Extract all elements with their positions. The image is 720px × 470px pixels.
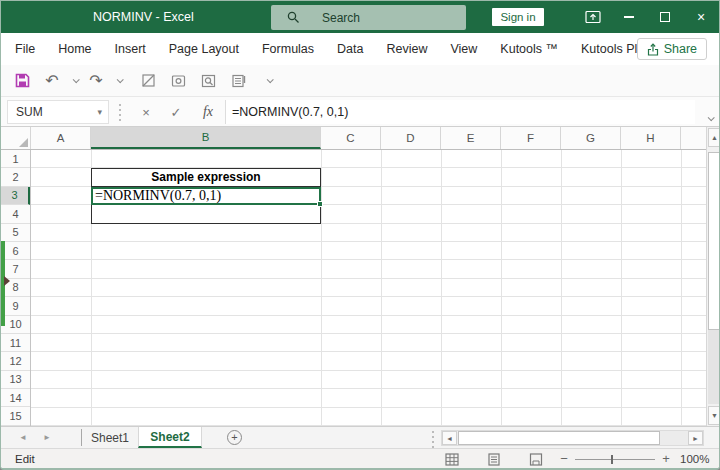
- scroll-up-button[interactable]: ▲: [708, 128, 720, 147]
- insert-function-button[interactable]: fx: [195, 100, 221, 124]
- scroll-right-button[interactable]: ►: [688, 431, 703, 445]
- gridline: [561, 150, 562, 426]
- row-header-13[interactable]: 13: [1, 371, 30, 389]
- scroll-left-button[interactable]: ◄: [442, 431, 457, 445]
- zoom-level[interactable]: 100%: [680, 449, 709, 469]
- page-layout-view-button[interactable]: [483, 452, 505, 467]
- horizontal-scrollbar-thumb[interactable]: [458, 431, 660, 445]
- page-break-preview-icon: [529, 453, 543, 466]
- fill-handle[interactable]: [317, 201, 323, 207]
- scroll-down-button[interactable]: ▼: [708, 406, 720, 425]
- row-header-5[interactable]: 5: [1, 224, 30, 242]
- tab-review[interactable]: Review: [386, 42, 427, 56]
- zoom-slider-thumb[interactable]: [611, 455, 613, 464]
- tab-page-layout[interactable]: Page Layout: [169, 42, 239, 56]
- save-button[interactable]: [11, 69, 33, 93]
- row-header-10[interactable]: 10: [1, 316, 30, 334]
- confirm-entry-button[interactable]: ✓: [163, 100, 189, 124]
- vertical-scrollbar[interactable]: ▲ ▼: [706, 127, 720, 426]
- status-bar: Edit −: [1, 448, 719, 469]
- sign-in-button[interactable]: Sign in: [492, 8, 544, 26]
- zoom-in-button[interactable]: +: [658, 449, 674, 469]
- row-header-2[interactable]: 2: [1, 168, 30, 186]
- name-box-value: SUM: [16, 105, 97, 119]
- tab-home[interactable]: Home: [58, 42, 91, 56]
- column-header-b[interactable]: B: [91, 127, 321, 149]
- cell-b2[interactable]: Sample expression: [91, 168, 321, 186]
- sheet-tab-sheet1[interactable]: Sheet1: [83, 427, 137, 448]
- minimize-button[interactable]: [611, 1, 647, 33]
- column-header-g[interactable]: G: [561, 127, 621, 149]
- row-header-6[interactable]: 6: [1, 242, 30, 260]
- share-button[interactable]: Share: [637, 38, 707, 60]
- share-icon: [647, 43, 659, 56]
- draw-mode-button[interactable]: [137, 69, 159, 93]
- column-header-partial[interactable]: [681, 127, 706, 149]
- gridline: [441, 150, 442, 426]
- tab-data[interactable]: Data: [337, 42, 363, 56]
- redo-dropdown[interactable]: [107, 69, 129, 93]
- minimize-icon: [624, 16, 634, 18]
- tab-kutools[interactable]: Kutools ™: [500, 42, 558, 56]
- redo-button[interactable]: ↷: [85, 69, 107, 93]
- horizontal-scrollbar[interactable]: ◄ ►: [441, 430, 704, 446]
- share-label: Share: [664, 42, 697, 56]
- print-preview-button[interactable]: [197, 69, 219, 93]
- tab-view[interactable]: View: [450, 42, 477, 56]
- name-box[interactable]: SUM ▾: [7, 100, 109, 124]
- maximize-icon: [660, 12, 670, 22]
- cancel-entry-button[interactable]: ×: [133, 100, 159, 124]
- column-header-a[interactable]: A: [31, 127, 91, 149]
- divider: [81, 429, 82, 446]
- add-sheet-button[interactable]: +: [227, 430, 242, 445]
- undo-button[interactable]: ↶: [41, 69, 63, 93]
- cell-b3-active-edit[interactable]: =NORMINV(0.7, 0,1): [91, 187, 321, 205]
- page-break-preview-button[interactable]: [525, 452, 547, 467]
- tab-formulas[interactable]: Formulas: [262, 42, 314, 56]
- formula-bar-resize-handle[interactable]: [119, 104, 121, 106]
- row-headers: 1 2 3 4 5 6 7 8 9 10 11 12 13 14 15: [1, 150, 31, 426]
- maximize-button[interactable]: [647, 1, 683, 33]
- row-header-9[interactable]: 9: [1, 297, 30, 315]
- excel-window: NORMINV - Excel Search Sign in × File: [0, 0, 720, 470]
- zoom-slider[interactable]: [575, 459, 655, 460]
- select-all-button[interactable]: [1, 127, 31, 149]
- ribbon-display-options-button[interactable]: [575, 1, 611, 33]
- row-header-4[interactable]: 4: [1, 205, 30, 223]
- vertical-scrollbar-track[interactable]: [708, 330, 720, 404]
- row-header-1[interactable]: 1: [1, 150, 30, 168]
- sheet-tab-sheet2[interactable]: Sheet2: [138, 427, 202, 448]
- tab-file[interactable]: File: [15, 42, 35, 56]
- customize-qat-button[interactable]: [257, 69, 279, 93]
- quick-print-button[interactable]: [227, 69, 249, 93]
- zoom-out-button[interactable]: −: [556, 449, 572, 469]
- normal-view-button[interactable]: [441, 452, 463, 467]
- column-header-d[interactable]: D: [381, 127, 441, 149]
- row-header-12[interactable]: 12: [1, 352, 30, 370]
- worksheet-grid[interactable]: 1 2 3 4 5 6 7 8 9 10 11 12 13 14 15 Samp…: [1, 150, 706, 426]
- cell-b4[interactable]: [91, 205, 321, 223]
- expand-formula-bar-button[interactable]: [705, 107, 713, 125]
- column-header-e[interactable]: E: [441, 127, 501, 149]
- tab-bar-resize-handle[interactable]: [432, 431, 434, 433]
- camera-button[interactable]: [167, 69, 189, 93]
- chevron-down-icon: ▾: [97, 107, 102, 117]
- row-header-11[interactable]: 11: [1, 334, 30, 352]
- next-sheet-button[interactable]: ►: [37, 427, 57, 448]
- tab-insert[interactable]: Insert: [115, 42, 146, 56]
- row-header-3[interactable]: 3: [1, 187, 30, 205]
- undo-dropdown[interactable]: [63, 69, 85, 93]
- close-button[interactable]: ×: [683, 1, 719, 33]
- formula-input[interactable]: =NORMINV(0.7, 0,1): [226, 100, 695, 124]
- column-header-c[interactable]: C: [321, 127, 381, 149]
- previous-sheet-button[interactable]: ◄: [13, 427, 33, 448]
- vertical-scrollbar-thumb[interactable]: [708, 152, 720, 330]
- quick-access-toolbar: ↶ ↷: [1, 65, 719, 97]
- search-icon: [287, 11, 300, 24]
- gridline: [381, 150, 382, 426]
- column-header-h[interactable]: H: [621, 127, 681, 149]
- search-input[interactable]: Search: [271, 5, 466, 30]
- column-header-f[interactable]: F: [501, 127, 561, 149]
- row-header-14[interactable]: 14: [1, 389, 30, 407]
- row-header-15[interactable]: 15: [1, 407, 30, 425]
